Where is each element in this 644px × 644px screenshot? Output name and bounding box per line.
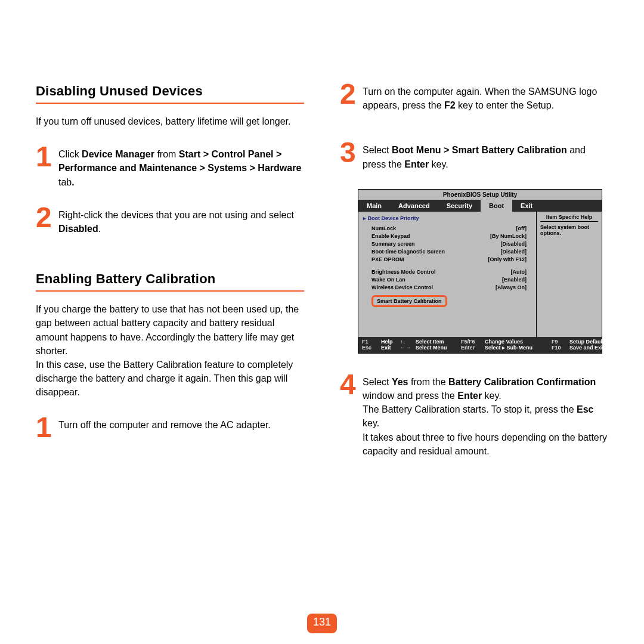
f-arrows: ↑↓	[400, 339, 413, 345]
heading-calibration: Enabling Battery Calibration	[36, 271, 304, 292]
bios-screenshot: PhoenixBIOS Setup Utility Main Advanced …	[358, 189, 602, 354]
bios-tab-main: Main	[358, 200, 390, 212]
bios-tab-advanced: Advanced	[390, 200, 438, 212]
intro-calibration: If you charge the battery to use that ha…	[36, 302, 304, 399]
bios-row-v: [Always On]	[496, 284, 527, 292]
bios-help-header: Item Specific Help	[540, 214, 598, 222]
f-key: F1	[362, 339, 379, 345]
step-text: Select Yes from the Battery Calibration …	[363, 374, 608, 458]
step-number: 1	[36, 414, 52, 440]
bios-tab-boot: Boot	[481, 200, 512, 212]
step-text: Turn off the computer and remove the AC …	[58, 417, 271, 432]
step-number: 2	[340, 81, 357, 107]
bios-menu: Main Advanced Security Boot Exit	[358, 200, 602, 212]
boot-device-priority: ▸ Boot Device Priority	[363, 215, 531, 221]
f-arrows: ←→	[400, 345, 413, 351]
bios-row-k: Boot-time Diagnostic Screen	[371, 248, 445, 256]
bios-row-k: Wireless Device Control	[371, 284, 433, 292]
step-number: 2	[36, 205, 52, 230]
bios-row-k: Enable Keypad	[371, 233, 410, 240]
f-label: Help	[381, 339, 398, 345]
f-key: F9	[552, 339, 567, 345]
step-4-calibration: 4 Select Yes from the Battery Calibratio…	[340, 374, 608, 458]
step-2-disabling: 2 Right-click the devices that you are n…	[36, 207, 304, 236]
left-column: Disabling Unused Devices If you turn off…	[36, 83, 304, 476]
f-key: Esc	[362, 345, 379, 351]
right-column: 2 Turn on the computer again. When the S…	[340, 83, 608, 476]
bios-row-v: [Disabled]	[500, 248, 527, 256]
bios-row-v: [Only with F12]	[488, 256, 527, 264]
smart-battery-calibration-highlight: Smart Battery Calibration	[371, 295, 447, 307]
step-1-calibration: 1 Turn off the computer and remove the A…	[36, 417, 304, 440]
intro-disabling: If you turn off unused devices, battery …	[36, 114, 304, 128]
step-3-calibration: 3 Select Boot Menu > Smart Battery Calib…	[340, 142, 608, 171]
step-text: Click Device Manager from Start > Contro…	[58, 146, 304, 189]
f-label: Select ▸ Sub-Menu	[485, 345, 549, 351]
bios-row-v: [Enabled]	[502, 276, 527, 284]
f-key: Enter	[461, 345, 482, 351]
bios-footer: F1 Help ↑↓ Select Item F5/F6 Change Valu…	[358, 337, 602, 353]
step-2-calibration: 2 Turn on the computer again. When the S…	[340, 83, 608, 112]
step-number: 1	[36, 144, 52, 169]
step-text: Right-click the devices that you are not…	[58, 207, 304, 236]
page-number: 131	[307, 614, 337, 633]
step-1-disabling: 1 Click Device Manager from Start > Cont…	[36, 146, 304, 189]
bios-tab-security: Security	[438, 200, 481, 212]
heading-disabling: Disabling Unused Devices	[36, 83, 304, 104]
f-label: Select Menu	[416, 345, 459, 351]
f-key: F5/F6	[461, 339, 482, 345]
bios-row-k: Brightness Mode Control	[371, 268, 436, 276]
f-label: Exit	[381, 345, 398, 351]
f-key: F10	[552, 345, 567, 351]
bios-row-k: Wake On Lan	[371, 276, 405, 284]
step-number: 3	[340, 140, 357, 165]
bios-help-pane: Item Specific Help Select system boot op…	[536, 212, 602, 337]
bios-row-k: PXE OPROM	[371, 256, 404, 264]
bios-row-k: Summary screen	[371, 240, 415, 248]
f-label: Change Values	[485, 339, 549, 345]
bios-row-v: [Disabled]	[500, 240, 527, 248]
f-label: Save and Exit	[569, 345, 605, 351]
step-text: Turn on the computer again. When the SAM…	[363, 83, 608, 112]
bios-row-v: [Auto]	[511, 268, 527, 276]
step-number: 4	[340, 371, 357, 397]
f-label: Setup Defaults	[569, 339, 607, 345]
step-text: Select Boot Menu > Smart Battery Calibra…	[363, 142, 608, 171]
bios-row-v: [off]	[516, 225, 527, 233]
f-label: Select Item	[416, 339, 459, 345]
bios-tab-exit: Exit	[512, 200, 541, 212]
bios-help-text: Select system boot options.	[540, 224, 598, 236]
bios-row-k: NumLock	[371, 225, 396, 233]
bios-row-v: [By NumLock]	[490, 233, 527, 240]
bios-title: PhoenixBIOS Setup Utility	[358, 190, 602, 200]
bios-settings: ▸ Boot Device Priority NumLock[off] Enab…	[358, 212, 536, 337]
